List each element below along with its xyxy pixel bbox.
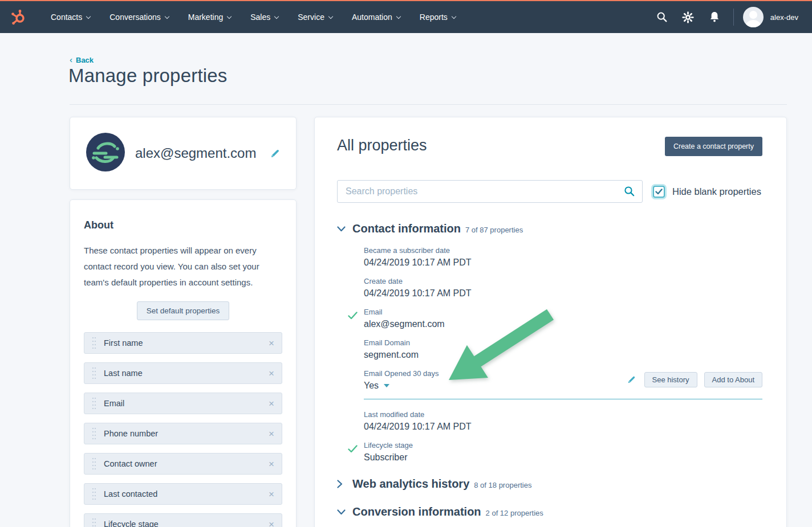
chevron-down-icon	[337, 226, 346, 232]
add-to-about-button[interactable]: Add to About	[704, 372, 762, 387]
header-divider	[70, 104, 787, 105]
manage-properties-page: Contacts Conversations Marketing Sales S…	[0, 0, 812, 527]
default-property-pill[interactable]: Last contacted ×	[84, 483, 282, 505]
edit-pencil-icon[interactable]	[627, 375, 636, 384]
nav-divider	[733, 9, 734, 26]
default-property-pill[interactable]: Last name ×	[84, 362, 282, 384]
page-title: Manage properties	[68, 65, 228, 87]
nav-item-reports[interactable]: Reports	[410, 1, 465, 33]
property-row-editing: Email Opened 30 days Yes See history Add…	[364, 369, 762, 399]
back-label: Back	[76, 56, 94, 64]
property-value: 04/24/2019 10:17 AM PDT	[364, 288, 762, 299]
close-icon[interactable]: ×	[269, 369, 274, 378]
set-default-properties-button[interactable]: Set default properties	[137, 301, 229, 320]
bell-icon[interactable]	[701, 11, 728, 23]
see-history-button[interactable]: See history	[644, 372, 697, 387]
section-header-contact-information[interactable]: Contact information 7 of 87 properties	[337, 222, 762, 235]
nav-item-label: Reports	[420, 13, 448, 22]
back-link[interactable]: ‹ Back	[70, 56, 94, 64]
chevron-down-icon	[86, 14, 91, 18]
about-card: About These contact properties will appe…	[70, 199, 297, 527]
nav-item-label: Contacts	[51, 13, 82, 22]
property-label: Lifecycle stage	[364, 441, 762, 450]
section-header-conversion-information[interactable]: Conversion information 2 of 12 propertie…	[337, 505, 762, 518]
property-row: Email alex@segment.com	[364, 308, 762, 329]
drag-handle-icon[interactable]	[92, 487, 96, 501]
nav-item-marketing[interactable]: Marketing	[178, 1, 241, 33]
drag-handle-icon[interactable]	[92, 336, 96, 350]
search-properties-input[interactable]	[337, 180, 643, 203]
pill-label: First name	[104, 338, 269, 348]
chevron-right-icon	[337, 480, 346, 488]
chevron-down-icon	[227, 14, 232, 18]
nav-item-label: Sales	[250, 13, 270, 22]
drag-handle-icon[interactable]	[92, 517, 96, 527]
property-label: Create date	[364, 277, 762, 285]
default-property-pill[interactable]: First name ×	[84, 332, 282, 354]
all-properties-panel: All properties Create a contact property…	[314, 117, 787, 527]
default-property-pill[interactable]: Phone number ×	[84, 423, 282, 444]
close-icon[interactable]: ×	[269, 399, 274, 408]
check-icon	[348, 312, 358, 322]
property-row: Create date 04/24/2019 10:17 AM PDT	[364, 277, 762, 299]
nav-item-contacts[interactable]: Contacts	[41, 1, 100, 33]
gear-icon[interactable]	[675, 11, 701, 23]
top-nav: Contacts Conversations Marketing Sales S…	[0, 0, 812, 33]
profile-card: alex@segment.com	[70, 117, 297, 190]
pill-label: Last contacted	[104, 489, 269, 499]
main-menu: Contacts Conversations Marketing Sales S…	[41, 1, 465, 33]
search-icon[interactable]	[624, 186, 635, 199]
property-value: Subscriber	[364, 452, 762, 463]
hubspot-logo-icon[interactable]	[11, 9, 26, 25]
chevron-down-icon	[274, 14, 279, 18]
user-avatar[interactable]	[743, 7, 764, 27]
property-row: Became a subscriber date 04/24/2019 10:1…	[364, 246, 762, 268]
close-icon[interactable]: ×	[269, 338, 274, 348]
check-icon	[348, 445, 358, 455]
hide-blank-properties-toggle[interactable]: Hide blank properties	[653, 186, 761, 198]
drag-handle-icon[interactable]	[92, 397, 96, 410]
section-count: 8 of 18 properties	[474, 481, 531, 489]
close-icon[interactable]: ×	[269, 429, 274, 439]
about-title: About	[84, 219, 282, 231]
section-title: Contact information	[352, 222, 461, 235]
default-property-pill[interactable]: Email ×	[84, 393, 282, 414]
drag-handle-icon[interactable]	[92, 427, 96, 440]
section-title: Web analytics history	[352, 477, 469, 491]
nav-item-label: Automation	[352, 13, 392, 22]
back-chevron-icon: ‹	[70, 55, 72, 64]
chevron-down-icon	[396, 14, 401, 18]
nav-item-automation[interactable]: Automation	[342, 1, 410, 33]
dropdown-value: Yes	[364, 381, 379, 391]
close-icon[interactable]: ×	[269, 459, 274, 469]
nav-item-conversations[interactable]: Conversations	[100, 1, 178, 33]
nav-item-sales[interactable]: Sales	[241, 1, 288, 33]
section-count: 7 of 87 properties	[465, 226, 523, 234]
pill-label: Last name	[104, 369, 269, 378]
create-contact-property-button[interactable]: Create a contact property	[665, 137, 762, 156]
section-count: 2 of 12 properties	[486, 509, 543, 517]
dropdown-caret-icon	[384, 384, 389, 387]
nav-right-tools: alex-dev	[649, 7, 812, 27]
property-label: Email	[364, 308, 762, 316]
search-icon[interactable]	[649, 11, 675, 23]
chevron-down-icon	[452, 14, 456, 18]
drag-handle-icon[interactable]	[92, 457, 96, 471]
close-icon[interactable]: ×	[269, 520, 274, 527]
chevron-down-icon	[328, 14, 333, 18]
nav-item-service[interactable]: Service	[288, 1, 342, 33]
pill-label: Phone number	[104, 429, 269, 438]
nav-item-label: Service	[298, 13, 324, 22]
section-header-web-analytics-history[interactable]: Web analytics history 8 of 18 properties	[337, 477, 762, 491]
pill-label: Email	[104, 399, 269, 408]
username-label[interactable]: alex-dev	[770, 13, 798, 22]
nav-item-label: Marketing	[188, 13, 223, 22]
edit-pencil-icon[interactable]	[270, 149, 280, 158]
avatar-silhouette	[746, 20, 761, 27]
close-icon[interactable]: ×	[269, 489, 274, 499]
property-value: segment.com	[364, 350, 762, 360]
default-property-pill[interactable]: Lifecycle stage ×	[84, 513, 282, 527]
hide-blank-checkbox[interactable]	[653, 186, 665, 198]
default-property-pill[interactable]: Contact owner ×	[84, 453, 282, 475]
drag-handle-icon[interactable]	[92, 366, 96, 380]
